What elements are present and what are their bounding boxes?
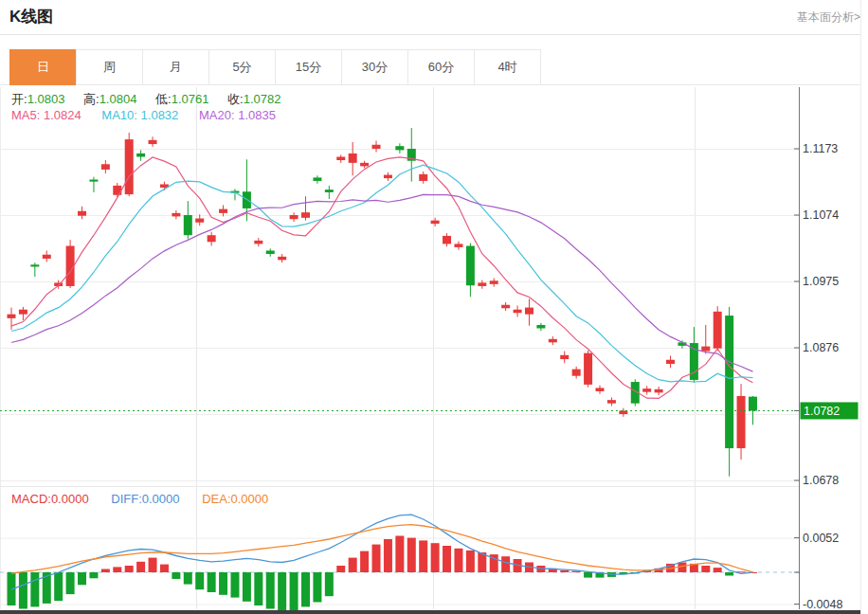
close-label: 收: xyxy=(227,92,244,106)
close-value: 1.0782 xyxy=(244,92,281,106)
macd-value-readout: MACD:0.0000 xyxy=(11,492,89,506)
current-price-tag: 1.0782 xyxy=(801,402,859,419)
tab-30min[interactable]: 30分 xyxy=(341,49,408,85)
ma5-readout: MA5: 1.0824 xyxy=(11,108,81,122)
ma5-line xyxy=(11,157,752,399)
gridlines xyxy=(0,87,799,609)
macd-histogram xyxy=(8,536,757,613)
fundamental-analysis-link[interactable]: 基本面分析> xyxy=(797,9,860,26)
ma-readout: MA5: 1.0824 MA10: 1.0832 MA20: 1.0835 xyxy=(11,108,293,122)
macd-readout: MACD:0.0000 DIFF:0.0000 DEA:0.0000 xyxy=(11,492,287,506)
ma20-line xyxy=(11,194,752,371)
svg-text:1.1074: 1.1074 xyxy=(803,208,839,222)
svg-text:1.1173: 1.1173 xyxy=(803,142,838,155)
ohlc-readout: 开:1.0803 高:1.0804 低:1.0761 收:1.0782 xyxy=(11,91,296,108)
bottom-scrollbar xyxy=(0,610,860,614)
page-title: K线图 xyxy=(9,6,53,27)
svg-text:1.0876: 1.0876 xyxy=(803,341,839,354)
candles-layer xyxy=(8,128,757,477)
svg-text:1.0975: 1.0975 xyxy=(803,275,839,288)
tab-15min[interactable]: 15分 xyxy=(275,49,342,85)
tab-week[interactable]: 周 xyxy=(76,49,143,85)
svg-text:1.0782: 1.0782 xyxy=(804,405,840,418)
ma20-readout: MA20: 1.0835 xyxy=(199,108,276,122)
tab-5min[interactable]: 5分 xyxy=(208,49,276,85)
tab-4hour[interactable]: 4时 xyxy=(474,49,541,85)
dea-value-readout: DEA:0.0000 xyxy=(202,492,268,506)
svg-text:0.0052: 0.0052 xyxy=(803,532,839,545)
tab-month[interactable]: 月 xyxy=(142,49,209,85)
tab-60min[interactable]: 60分 xyxy=(407,49,475,85)
svg-text:-0.0048: -0.0048 xyxy=(803,598,842,611)
header-divider xyxy=(0,34,860,35)
low-value: 1.0761 xyxy=(172,92,209,106)
kline-page: K线图 基本面分析> 日 周 月 5分 15分 30分 60分 4时 开:1.0… xyxy=(0,0,868,614)
high-value: 1.0804 xyxy=(99,92,137,106)
diff-value-readout: DIFF:0.0000 xyxy=(111,492,179,506)
open-value: 1.0803 xyxy=(27,92,65,106)
high-label: 高: xyxy=(83,92,99,106)
interval-tabs: 日 周 月 5分 15分 30分 60分 4时 xyxy=(9,49,541,85)
ma10-readout: MA10: 1.0832 xyxy=(101,108,178,122)
ma10-line xyxy=(11,165,752,382)
open-label: 开: xyxy=(11,92,27,106)
diff-line xyxy=(11,515,752,589)
svg-text:1.0678: 1.0678 xyxy=(803,474,839,487)
y-axis: 1.11731.10741.09751.08761.06780.0052-0.0… xyxy=(794,87,842,611)
dea-line xyxy=(11,525,752,574)
low-label: 低: xyxy=(155,92,172,106)
tab-day[interactable]: 日 xyxy=(9,49,77,85)
